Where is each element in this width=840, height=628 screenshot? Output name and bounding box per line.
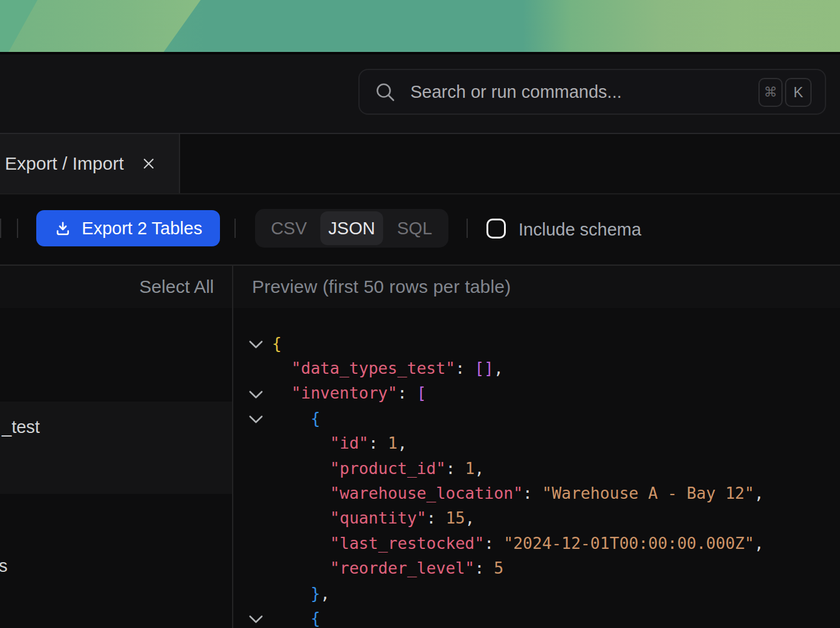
code-line-1: "data_types_test": [], (233, 355, 840, 380)
select-all-button[interactable]: Select All (0, 266, 214, 308)
code-line-4: "id": 1, (233, 431, 840, 456)
tables-list-panel: _tests (0, 308, 232, 628)
table-list-item-1[interactable]: s (0, 550, 232, 598)
download-icon (54, 219, 72, 237)
app-header: Search or run commands... ⌘ K (0, 54, 840, 133)
search-placeholder: Search or run commands... (410, 70, 622, 114)
tab-bar: Export / Import (0, 133, 840, 194)
tab-label: Export / Import (5, 153, 124, 174)
wallpaper-light-band (0, 0, 218, 54)
app-window: Search or run commands... ⌘ K Export / I… (0, 0, 840, 628)
code-tokens: }, (311, 580, 330, 606)
collapse-chevron-icon[interactable] (247, 385, 265, 406)
code-tokens: "warehouse_location": "Warehouse A - Bay… (330, 480, 764, 505)
tab-export-import[interactable]: Export / Import (0, 134, 180, 193)
code-line-8: "last_restocked": "2024-12-01T00:00:00.0… (233, 530, 840, 556)
code-line-7: "quantity": 15, (233, 505, 840, 531)
json-preview-panel: {"data_types_test": [],"inventory": [{"i… (233, 308, 840, 628)
code-line-9: "reorder_level": 5 (233, 556, 840, 581)
code-line-3: { (233, 405, 840, 431)
code-tokens: "data_types_test": [], (291, 355, 503, 380)
panel-header-row: Select All Preview (first 50 rows per ta… (0, 264, 840, 308)
table-list-item-label: _test (2, 417, 40, 437)
code-line-2: "inventory": [ (233, 380, 840, 406)
code-tokens: "inventory": [ (291, 380, 426, 406)
export-tables-button[interactable]: Export 2 Tables (36, 210, 220, 246)
code-tokens: "reorder_level": 5 (330, 556, 503, 581)
table-list-item-0[interactable]: _test (0, 402, 232, 494)
include-schema-checkbox[interactable] (486, 219, 506, 239)
search-icon (375, 82, 396, 105)
code-line-11: { (233, 605, 840, 628)
collapse-chevron-icon[interactable] (247, 410, 265, 431)
k-keycap: K (785, 78, 812, 107)
code-tokens: "id": 1, (330, 431, 407, 456)
code-tokens: { (311, 405, 320, 431)
include-schema-label[interactable]: Include schema (519, 194, 641, 264)
toolbar-divider-2 (467, 219, 468, 238)
format-segmented-control: CSVJSONSQL (255, 209, 448, 248)
toolbar-divider-left (0, 219, 1, 238)
format-option-sql[interactable]: SQL (383, 211, 446, 245)
search-input[interactable]: Search or run commands... ⌘ K (358, 69, 826, 115)
code-tokens: "last_restocked": "2024-12-01T00:00:00.0… (330, 530, 764, 556)
export-toolbar: Export 2 Tables CSVJSONSQL Include schem… (0, 194, 840, 264)
code-line-6: "warehouse_location": "Warehouse A - Bay… (233, 480, 840, 505)
format-option-json[interactable]: JSON (320, 211, 383, 245)
format-option-csv[interactable]: CSV (257, 211, 320, 245)
code-tokens: "quantity": 15, (330, 505, 474, 531)
export-button-label: Export 2 Tables (82, 219, 202, 239)
cmd-keycap: ⌘ (758, 78, 783, 107)
table-list-item-label: s (0, 556, 8, 576)
code-tokens: { (272, 330, 282, 356)
tab-close-icon[interactable] (141, 156, 157, 171)
preview-panel-title: Preview (first 50 rows per table) (252, 266, 511, 308)
collapse-chevron-icon[interactable] (247, 335, 265, 356)
code-tokens: "product_id": 1, (330, 455, 484, 481)
code-line-0: { (233, 330, 840, 356)
toolbar-divider-0 (17, 219, 18, 238)
toolbar-divider-1 (234, 219, 236, 238)
code-line-10: }, (233, 580, 840, 606)
code-tokens: { (311, 605, 320, 628)
desktop-wallpaper (0, 0, 840, 54)
collapse-chevron-icon[interactable] (247, 610, 265, 628)
code-line-5: "product_id": 1, (233, 455, 840, 481)
